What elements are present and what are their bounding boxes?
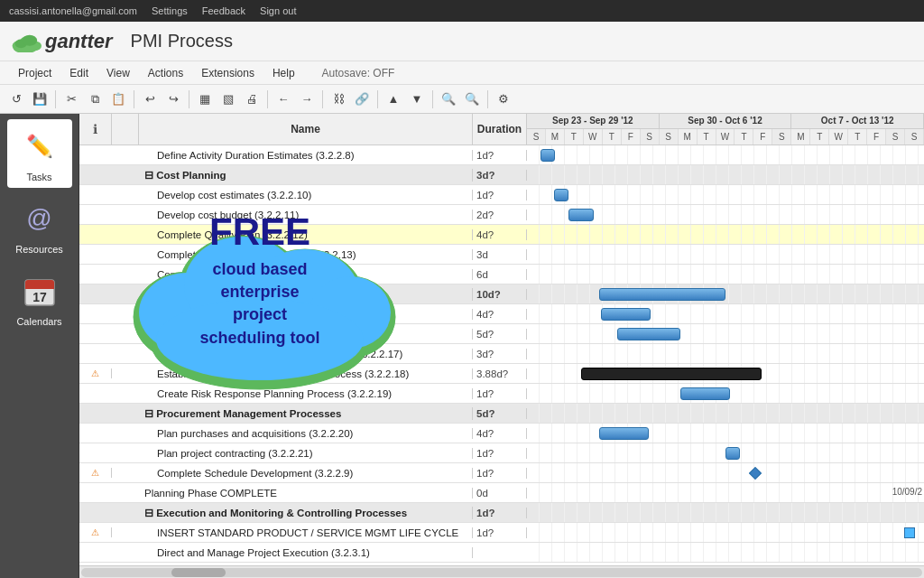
move-up-button[interactable]: ▲ xyxy=(383,89,404,110)
gantt-bar-cell: 10/09/2 xyxy=(527,483,924,502)
indent-button[interactable]: ▦ xyxy=(194,89,216,110)
task-duration: 1d? xyxy=(473,190,527,200)
gantt-bar-cell xyxy=(527,225,924,244)
day-f1: F xyxy=(622,129,641,144)
redo-button[interactable]: ↪ xyxy=(162,89,184,110)
day-s5: S xyxy=(886,129,905,144)
copy-button[interactable]: ⧉ xyxy=(84,89,106,110)
sidebar-item-resources[interactable]: @ Resources xyxy=(7,191,72,260)
gantt-bar-cell xyxy=(527,463,924,482)
paste-button[interactable]: 📋 xyxy=(107,89,129,110)
menu-actions[interactable]: Actions xyxy=(139,63,192,83)
day-s6: S xyxy=(905,129,924,144)
outdent-button[interactable]: ▧ xyxy=(217,89,239,110)
calendars-icon: 17 xyxy=(18,269,61,312)
sep7 xyxy=(432,90,433,108)
logo-icon xyxy=(9,31,42,52)
settings-button[interactable]: ⚙ xyxy=(493,89,514,110)
week1-label: Sep 23 - Sep 29 '12 xyxy=(527,114,660,128)
task-duration: 4d? xyxy=(473,428,527,439)
svg-point-5 xyxy=(22,34,37,45)
gantt-bar-cell xyxy=(527,404,924,423)
gantt-bar xyxy=(554,189,568,201)
scroll-track[interactable] xyxy=(81,568,922,577)
task-rows[interactable]: FREE cloud based enterpriseproject sched… xyxy=(79,145,924,565)
link-left-button[interactable]: ← xyxy=(273,89,294,110)
menu-help[interactable]: Help xyxy=(263,63,304,83)
move-down-button[interactable]: ▼ xyxy=(406,89,428,110)
row-info: ⚠ xyxy=(79,468,112,478)
name-column-header: Name xyxy=(139,114,473,144)
zoom-out-button[interactable]: 🔍 xyxy=(461,89,483,110)
cloud-text: FREE cloud based enterpriseproject sched… xyxy=(188,213,332,350)
sep2 xyxy=(134,90,134,108)
day-w2: W xyxy=(716,129,735,144)
table-row[interactable]: Plan purchases and acquisitions (3.2.2.2… xyxy=(79,424,924,443)
cut-button[interactable]: ✂ xyxy=(60,89,82,110)
gantt-bar-cell xyxy=(527,424,924,443)
save-button[interactable]: 💾 xyxy=(29,89,51,110)
gantt-bar xyxy=(601,308,651,321)
gantt-bar-cell xyxy=(527,384,924,403)
table-row[interactable]: Plan project contracting (3.2.2.21) 1d? xyxy=(79,443,924,463)
top-bar: cassisi.antonella@gmail.com Settings Fee… xyxy=(0,0,924,22)
task-duration: 10d? xyxy=(473,289,527,300)
task-name: Direct and Manage Project Execution (3.2… xyxy=(139,547,473,558)
task-name: Planning Phase COMPLETE xyxy=(139,488,473,499)
sep3 xyxy=(189,90,189,108)
unchain-button[interactable]: 🔗 xyxy=(351,89,373,110)
table-row[interactable]: ⚠ INSERT STANDARD PRODUCT / SERVICE MGMT… xyxy=(79,523,924,543)
horizontal-scrollbar[interactable] xyxy=(79,565,924,578)
sidebar-item-calendars[interactable]: 17 Calendars xyxy=(7,264,72,332)
day-w3: W xyxy=(829,129,848,144)
sidebar-item-tasks[interactable]: ✏️ Tasks xyxy=(7,119,72,188)
signout-link[interactable]: Sign out xyxy=(260,5,296,16)
task-duration: 3d? xyxy=(473,349,527,359)
task-duration: 5d? xyxy=(473,329,527,340)
tasks-label: Tasks xyxy=(26,172,51,182)
cloud-overlay: FREE cloud based enterpriseproject sched… xyxy=(106,154,413,407)
gantt-bar-cell xyxy=(527,205,924,224)
task-duration: 5d? xyxy=(473,408,527,419)
column-headers: ℹ Name Duration Sep 23 - Sep 29 '12 Sep … xyxy=(79,114,924,145)
task-duration: 1d? xyxy=(473,508,527,518)
print-button[interactable]: 🖨 xyxy=(241,89,263,110)
gantt-bar-cell xyxy=(527,185,924,204)
day-m1: M xyxy=(546,129,565,144)
table-row[interactable]: ⚠ Complete Schedule Development (3.2.2.9… xyxy=(79,463,924,483)
undo-button[interactable]: ↺ xyxy=(5,89,27,110)
task-duration: 4d? xyxy=(473,309,527,320)
task-duration: 1d? xyxy=(473,448,527,459)
sep4 xyxy=(267,90,268,108)
day-f2: F xyxy=(753,129,772,144)
menu-edit[interactable]: Edit xyxy=(60,63,97,83)
task-duration: 1d? xyxy=(473,150,527,161)
undo2-button[interactable]: ↩ xyxy=(139,89,161,110)
link-right-button[interactable]: → xyxy=(296,89,318,110)
svg-text:17: 17 xyxy=(32,290,47,304)
day-m3: M xyxy=(791,129,810,144)
task-duration: 1d? xyxy=(473,388,527,399)
gantt-bar-cell xyxy=(527,324,924,343)
menu-project[interactable]: Project xyxy=(9,63,60,83)
logo: gantter xyxy=(9,30,113,53)
table-row[interactable]: ⊟ Execution and Monitoring & Controlling… xyxy=(79,503,924,523)
autosave-status: Autosave: OFF xyxy=(322,67,395,79)
zoom-in-button[interactable]: 🔍 xyxy=(438,89,459,110)
menu-extensions[interactable]: Extensions xyxy=(192,63,263,83)
scroll-thumb[interactable] xyxy=(171,568,226,577)
cloud-shape: FREE cloud based enterpriseproject sched… xyxy=(116,168,404,394)
gantt-bar-cell xyxy=(527,523,924,542)
day-t6: T xyxy=(848,129,867,144)
table-row[interactable]: Direct and Manage Project Execution (3.2… xyxy=(79,543,924,563)
chain-button[interactable]: ⛓ xyxy=(328,89,349,110)
user-email: cassisi.antonella@gmail.com xyxy=(9,5,137,16)
week2-label: Sep 30 - Oct 6 '12 xyxy=(660,114,792,128)
sep6 xyxy=(377,90,378,108)
settings-link[interactable]: Settings xyxy=(152,5,188,16)
day-w1: W xyxy=(584,129,603,144)
feedback-link[interactable]: Feedback xyxy=(202,5,245,16)
menu-view[interactable]: View xyxy=(97,63,139,83)
table-row[interactable]: Planning Phase COMPLETE 0d 10/09/2 xyxy=(79,483,924,503)
num-column-header xyxy=(112,114,139,144)
